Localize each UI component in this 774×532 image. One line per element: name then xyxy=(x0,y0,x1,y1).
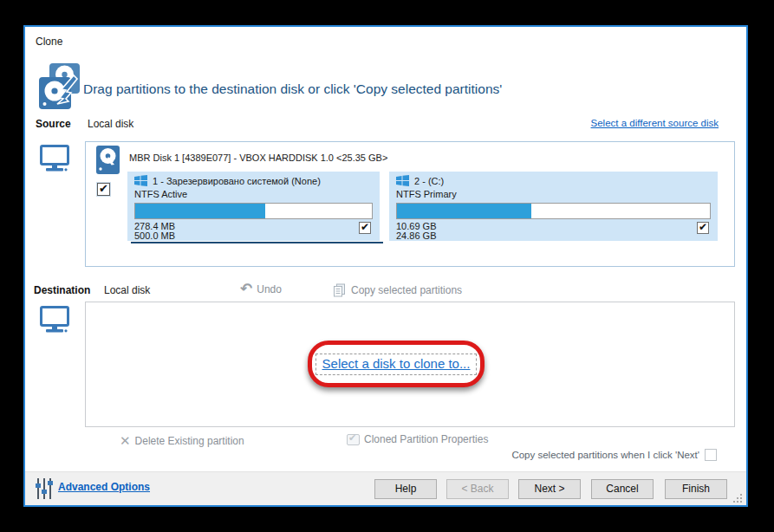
source-type-label: Local disk xyxy=(88,118,133,130)
partition-fs: NTFS Primary xyxy=(396,189,457,199)
copy-selected-partitions-button[interactable]: Copy selected partitions xyxy=(333,283,462,297)
copy-pages-icon xyxy=(333,283,347,297)
link-focus-outline: Select a disk to clone to... xyxy=(315,354,478,375)
delete-x-icon: ✕ xyxy=(120,433,131,449)
dialog-button-bar: Advanced Options Help < Back Next > Canc… xyxy=(25,471,746,505)
copy-selected-label: Copy selected partitions xyxy=(351,284,462,296)
partition-checkbox[interactable] xyxy=(697,222,709,234)
delete-existing-partition-button[interactable]: ✕ Delete Existing partition xyxy=(120,433,244,449)
help-button[interactable]: Help xyxy=(374,479,437,499)
partition-sizes: 10.69 GB 24.86 GB xyxy=(396,222,436,241)
destination-section-label: Destination xyxy=(34,284,90,296)
advanced-options-link[interactable]: Advanced Options xyxy=(58,481,150,493)
copy-on-next-row: Copy selected partitions when I click 'N… xyxy=(511,449,717,461)
source-section-label: Source xyxy=(36,118,71,130)
clone-disks-icon xyxy=(39,63,81,110)
partition-usage-fill xyxy=(397,204,531,218)
cancel-button[interactable]: Cancel xyxy=(591,479,654,499)
destination-type-label: Local disk xyxy=(104,284,150,296)
back-button[interactable]: < Back xyxy=(446,479,509,499)
partition-checkbox[interactable] xyxy=(359,222,371,234)
computer-icon xyxy=(40,145,73,172)
clone-dialog: Clone Drag partitions to the destination… xyxy=(23,25,748,507)
dialog-title: Clone xyxy=(36,36,62,48)
undo-button[interactable]: ↶ Undo xyxy=(240,283,282,295)
windows-logo-icon xyxy=(396,175,409,186)
select-different-source-link[interactable]: Select a different source disk xyxy=(591,118,719,128)
partition-name: 2 - (C:) xyxy=(414,176,444,186)
copy-on-next-checkbox[interactable] xyxy=(705,449,717,461)
header-instruction: Drag partitions to the destination disk … xyxy=(83,81,502,97)
computer-icon xyxy=(40,306,73,334)
cloned-properties-label: Cloned Partition Properties xyxy=(364,433,488,445)
partition-sizes: 278.4 MB 500.0 MB xyxy=(134,222,175,241)
partition-usage-bar xyxy=(134,203,373,219)
red-highlight-annotation: Select a disk to clone to... xyxy=(308,341,485,387)
disk-icon xyxy=(96,146,120,174)
undo-icon: ↶ xyxy=(240,284,252,295)
advanced-options-sliders-icon xyxy=(35,477,54,500)
partition-block-1[interactable]: 1 - Зарезервировано системой (None) NTFS… xyxy=(127,172,380,241)
source-disk-checkbox[interactable] xyxy=(97,183,110,196)
undo-label: Undo xyxy=(257,283,282,295)
partition-name: 1 - Зарезервировано системой (None) xyxy=(153,176,321,186)
partition-size: 500.0 MB xyxy=(134,231,175,241)
select-disk-to-clone-link[interactable]: Select a disk to clone to... xyxy=(322,356,471,371)
windows-logo-icon xyxy=(134,175,147,186)
partition-block-2[interactable]: 2 - (C:) NTFS Primary 10.69 GB 24.86 GB xyxy=(389,172,718,241)
partition-usage-fill xyxy=(135,204,265,218)
selected-partition-indicator xyxy=(131,242,383,243)
finish-button[interactable]: Finish xyxy=(665,479,727,499)
partition-usage-bar xyxy=(396,203,711,219)
next-button[interactable]: Next > xyxy=(518,479,581,499)
properties-checkbox-icon xyxy=(347,434,360,445)
cloned-partition-properties-button[interactable]: Cloned Partition Properties xyxy=(347,433,488,445)
screen-background: Clone Drag partitions to the destination… xyxy=(0,0,774,532)
resize-grip[interactable] xyxy=(733,492,744,503)
partition-fs: NTFS Active xyxy=(134,189,187,199)
delete-existing-label: Delete Existing partition xyxy=(135,435,244,447)
source-disk-panel: MBR Disk 1 [4389E077] - VBOX HARDDISK 1.… xyxy=(85,141,735,267)
disk-title: MBR Disk 1 [4389E077] - VBOX HARDDISK 1.… xyxy=(129,152,387,163)
copy-on-next-label: Copy selected partitions when I click 'N… xyxy=(511,450,699,460)
partition-size: 24.86 GB xyxy=(396,231,436,241)
